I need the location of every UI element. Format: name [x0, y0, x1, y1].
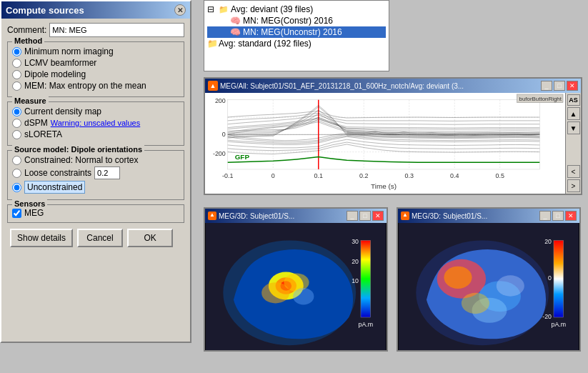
meg-sidebar-controls: AS ▲ ▼ < >: [565, 93, 581, 194]
down-button[interactable]: ▼: [567, 121, 580, 134]
svg-point-34: [293, 288, 314, 304]
warning-link[interactable]: Warning: unscaled values: [51, 119, 141, 127]
source-option-1: Loose constraints: [12, 166, 179, 179]
source-label-0: Constrained: Normal to cortex: [24, 155, 138, 165]
tree-label-0: Avg: deviant (39 files): [231, 4, 313, 14]
method-label-2: Dipole modeling: [24, 69, 86, 79]
svg-point-47: [462, 293, 489, 314]
comment-input[interactable]: [49, 23, 184, 37]
source-label-2: Unconstrained: [24, 181, 85, 194]
brain-title-left: ▲ MEG/3D: Subject01/S...: [208, 212, 294, 220]
close-icon[interactable]: ✕: [372, 211, 384, 221]
method-radio-2[interactable]: [12, 70, 21, 79]
tree-item-1[interactable]: 🧠 MN: MEG(Constr) 2016: [207, 15, 386, 26]
close-icon[interactable]: ✕: [174, 4, 186, 16]
source-option-0: Constrained: Normal to cortex: [12, 155, 179, 165]
svg-text:0: 0: [222, 131, 226, 138]
brain-titlebar-left: ▲ MEG/3D: Subject01/S... _ □ ✕: [205, 209, 387, 223]
method-radio-3[interactable]: [12, 81, 21, 91]
minimize-icon[interactable]: _: [539, 211, 551, 221]
as-button[interactable]: AS: [567, 94, 580, 106]
measure-label-1: dSPM: [24, 118, 48, 128]
brain-titlebar-right: ▲ MEG/3D: Subject01/S... _ □ ✕: [398, 209, 579, 223]
maximize-icon[interactable]: □: [554, 81, 565, 91]
svg-text:Time (s): Time (s): [371, 182, 397, 190]
maximize-icon[interactable]: □: [359, 211, 371, 221]
brain-win-controls-left: _ □ ✕: [347, 211, 384, 221]
file-tree-area: ⊟ 📁 Avg: deviant (39 files) 🧠 MN: MEG(Co…: [204, 0, 389, 71]
brain-svg-left: 30 20 10 pA.m: [205, 223, 387, 350]
svg-text:0.1: 0.1: [314, 172, 323, 179]
cancel-button[interactable]: Cancel: [77, 229, 123, 247]
brain-icon-right: ▲: [401, 212, 409, 220]
svg-text:0.2: 0.2: [359, 172, 368, 179]
brain-icon-left: ▲: [208, 212, 216, 220]
tree-label-3: Avg: standard (192 files): [219, 39, 312, 49]
ok-button[interactable]: OK: [127, 229, 173, 247]
measure-option-0: Current density map: [12, 106, 179, 116]
close-icon[interactable]: ✕: [567, 81, 578, 91]
source-radio-1[interactable]: [12, 169, 21, 178]
comment-label: Comment:: [7, 25, 46, 35]
brain-content-right[interactable]: 20 0 -20 pA.m: [398, 223, 579, 350]
svg-text:30: 30: [352, 238, 359, 245]
close-icon[interactable]: ✕: [565, 211, 577, 221]
svg-text:-20: -20: [542, 313, 552, 320]
meg-window-title: MEG/All: Subject01/S01_AEF_20131218_01_6…: [220, 82, 464, 90]
brain-win-controls-right: _ □ ✕: [539, 211, 577, 221]
meg-title-left: ▲ MEG/All: Subject01/S01_AEF_20131218_01…: [208, 81, 464, 91]
measure-radio-2[interactable]: [12, 130, 21, 139]
svg-text:pA.m: pA.m: [552, 321, 567, 328]
measure-group-label: Measure: [12, 96, 49, 105]
brain-window-left: ▲ MEG/3D: Subject01/S... _ □ ✕: [204, 207, 388, 352]
svg-text:pA.m: pA.m: [359, 321, 374, 328]
method-radio-1[interactable]: [12, 59, 21, 68]
loose-value-input[interactable]: [94, 166, 120, 179]
tree-item-0[interactable]: ⊟ 📁 Avg: deviant (39 files): [207, 4, 386, 15]
minimize-icon[interactable]: _: [541, 81, 552, 91]
method-group: Method Minimum norm imaging LCMV beamfor…: [7, 41, 184, 97]
maximize-icon[interactable]: □: [552, 211, 564, 221]
tree-item-2[interactable]: 🧠 MN: MEG(Unconstr) 2016: [207, 26, 386, 38]
svg-text:0: 0: [548, 274, 552, 282]
measure-label-0: Current density map: [24, 106, 101, 116]
method-option-0: Minimum norm imaging: [12, 46, 179, 56]
up-button[interactable]: ▲: [567, 107, 580, 120]
sensors-group: Sensors MEG: [7, 204, 184, 223]
brain-svg-right: 20 0 -20 pA.m: [398, 223, 579, 350]
method-option-3: MEM: Max entropy on the mean: [12, 81, 179, 91]
tree-label-2: MN: MEG(Unconstr) 2016: [243, 27, 342, 37]
method-label-0: Minimum norm imaging: [24, 46, 114, 56]
svg-text:-0.1: -0.1: [222, 172, 233, 179]
method-group-label: Method: [12, 36, 44, 45]
meg-plot-area[interactable]: 91.7 ms Amplitude (fT): [205, 93, 565, 194]
brain-window-right: ▲ MEG/3D: Subject01/S... _ □ ✕: [397, 207, 581, 352]
brain-content-left[interactable]: 30 20 10 pA.m: [205, 223, 387, 350]
svg-text:GFP: GFP: [235, 153, 250, 161]
tree-icon-0: 📁: [219, 5, 229, 14]
svg-text:200: 200: [215, 97, 226, 104]
source-radio-0[interactable]: [12, 156, 21, 165]
tree-icon-2: 🧠: [230, 27, 241, 37]
measure-radio-1[interactable]: [12, 119, 21, 128]
meg-window: ▲ MEG/All: Subject01/S01_AEF_20131218_01…: [204, 77, 582, 195]
left-button[interactable]: <: [567, 165, 580, 178]
method-radio-0[interactable]: [12, 47, 21, 56]
source-radio-2[interactable]: [12, 183, 21, 192]
svg-text:20: 20: [544, 238, 552, 245]
waveform-plot: 200 0 -200 -0.1 0 0.1 0.2 0.3 0.4 0.5 Ti…: [205, 93, 565, 194]
svg-text:0.5: 0.5: [496, 172, 504, 179]
tree-item-3[interactable]: 📁 Avg: standard (192 files): [207, 38, 386, 49]
brain-window-title-right: MEG/3D: Subject01/S...: [412, 212, 487, 220]
measure-radio-0[interactable]: [12, 107, 21, 116]
method-option-1: LCMV beamformer: [12, 58, 179, 68]
right-button[interactable]: >: [567, 179, 580, 192]
measure-label-2: sLORETA: [24, 129, 62, 139]
meg-checkbox[interactable]: [12, 209, 21, 218]
source-model-label: Source model: Dipole orientations: [12, 145, 144, 154]
minimize-icon[interactable]: _: [347, 211, 358, 221]
tree-label-1: MN: MEG(Constr) 2016: [243, 16, 333, 26]
meg-content: 91.7 ms Amplitude (fT): [205, 93, 581, 194]
source-option-2: Unconstrained: [12, 181, 179, 194]
show-details-button[interactable]: Show details: [10, 229, 73, 247]
